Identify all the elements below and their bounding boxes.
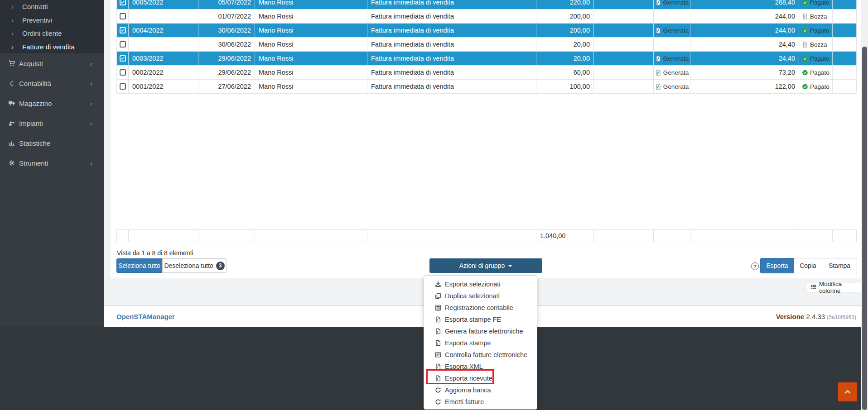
row-checkbox[interactable] — [120, 27, 126, 33]
menu-item-aggiorna-banca[interactable]: Aggiorna banca — [424, 384, 537, 396]
cell-stato: Pagato — [799, 24, 833, 37]
totals-cell — [654, 230, 690, 242]
chevron-up-icon — [843, 387, 852, 396]
cell-imponibile: 20,00 — [536, 52, 594, 65]
cell-data: 01/07/2022 — [198, 10, 255, 23]
table-row[interactable]: 01/07/2022 Mario Rossi Fattura immediata… — [117, 10, 856, 24]
scrollbar-thumb[interactable] — [862, 47, 867, 410]
table-row[interactable]: 0001/2022 27/06/2022 Mario Rossi Fattura… — [117, 80, 856, 94]
file-icon — [434, 339, 442, 347]
cell-numero: 0002/2022 — [129, 66, 198, 79]
menu-item-esporta-ricevute[interactable]: Esporta ricevute — [424, 372, 537, 384]
sidebar-submenu-item-label: Ordini cliente — [22, 29, 62, 37]
list-icon — [434, 351, 442, 358]
cell-numero: 0004/2022 — [129, 24, 198, 37]
export-button[interactable]: Esporta — [760, 258, 794, 273]
row-checkbox-cell — [117, 38, 129, 51]
select-all-button[interactable]: Seleziona tutto — [116, 258, 162, 273]
table-row[interactable]: 30/06/2022 Mario Rossi Fattura immediata… — [117, 38, 856, 52]
cell-empty — [594, 66, 654, 79]
row-checkbox-cell — [117, 0, 129, 9]
cell-cliente: Mario Rossi — [255, 24, 367, 37]
menu-item-esporta-stampe[interactable]: Esporta stampe — [424, 337, 537, 349]
check-circle-icon — [802, 55, 808, 62]
scroll-to-top-button[interactable] — [838, 382, 857, 401]
cell-data: 30/06/2022 — [198, 38, 255, 51]
copy-button[interactable]: Copia — [794, 258, 822, 273]
status-badge: Bozza — [802, 13, 827, 20]
angle-right-icon: › — [11, 16, 14, 24]
cell-descrizione: Fattura immediata di vendita — [367, 0, 536, 9]
cell-cliente: Mario Rossi — [255, 80, 367, 93]
file-icon — [434, 363, 442, 370]
sidebar-main-item-label: Strumenti — [19, 159, 48, 167]
row-checkbox[interactable] — [120, 83, 126, 90]
angle-left-icon: ‹ — [90, 80, 92, 87]
menu-item-controlla-fatture-elettroniche[interactable]: Controlla fatture elettroniche — [424, 349, 537, 361]
menu-item-esporta-stampe-fe[interactable]: Esporta stampe FE — [424, 314, 537, 325]
cell-empty — [833, 24, 857, 37]
cell-stato: Bozza — [799, 10, 833, 23]
table-row[interactable]: 0003/2022 29/06/2022 Mario Rossi Fattura… — [117, 52, 856, 66]
columns-icon — [810, 284, 816, 291]
table-totals-row: 1.040,00 — [116, 229, 856, 242]
brand-link[interactable]: OpenSTAManager — [116, 313, 175, 320]
table-row[interactable]: 0002/2022 29/06/2022 Mario Rossi Fattura… — [117, 66, 856, 80]
draft-doc-icon — [802, 41, 808, 48]
generata-badge: Generata — [655, 83, 689, 90]
menu-item-duplica-selezionati[interactable]: Duplica selezionati — [424, 290, 537, 302]
menu-item-emetti-fatture[interactable]: Emetti fatture — [424, 396, 537, 408]
cell-descrizione: Fattura immediata di vendita — [367, 66, 536, 79]
menu-item-esporta-xml[interactable]: Esporta XML — [424, 361, 537, 372]
table-row[interactable]: 0005/2022 05/07/2022 Mario Rossi Fattura… — [117, 0, 856, 10]
scrollbar-track[interactable] — [861, 0, 868, 410]
menu-item-esporta-selezionati[interactable]: Esporta selezionati — [424, 278, 537, 290]
cell-empty — [594, 0, 654, 9]
file-icon — [434, 316, 442, 323]
row-checkbox[interactable] — [120, 41, 126, 48]
row-checkbox[interactable] — [120, 55, 126, 62]
menu-item-genera-fatture-elettroniche[interactable]: Genera fatture elettroniche — [424, 325, 537, 337]
sidebar-item-strumenti[interactable]: Strumenti ‹ — [0, 153, 104, 173]
menu-item-registrazione-contabile[interactable]: Registrazione contabile — [424, 302, 537, 314]
sidebar-item-preventivi[interactable]: › Preventivi — [0, 14, 104, 27]
totals-cell — [690, 230, 799, 242]
sidebar-submenu-item-label: Fatture di vendita — [22, 43, 75, 51]
group-actions-button[interactable]: Azioni di gruppo — [429, 258, 542, 273]
cell-cliente: Mario Rossi — [255, 52, 367, 65]
row-checkbox[interactable] — [120, 13, 126, 19]
totals-cell — [367, 230, 536, 242]
sidebar-item-magazzino[interactable]: Magazzino ‹ — [0, 93, 104, 113]
cell-empty — [594, 80, 654, 93]
sidebar-item-contratti[interactable]: › Contratti — [0, 0, 104, 14]
sidebar-item-ordini-cliente[interactable]: › Ordini cliente — [0, 27, 104, 40]
modify-columns-button[interactable]: Modifica colonne — [806, 282, 868, 292]
cell-fattura-elettronica: Generata — [654, 52, 690, 65]
cell-totale: 244,00 — [690, 10, 799, 23]
cell-data: 30/06/2022 — [198, 24, 255, 37]
help-icon[interactable]: ? — [751, 262, 759, 270]
sidebar-item-acquisti[interactable]: Acquisti ‹ — [0, 53, 104, 73]
sidebar-item-fatture-di-vendita[interactable]: › Fatture di vendita — [0, 40, 104, 54]
dropdown-menu-item-label: Esporta stampe FE — [445, 316, 501, 323]
totals-cell — [594, 230, 654, 242]
row-checkbox[interactable] — [120, 0, 126, 5]
cell-fattura-elettronica: Generata — [654, 0, 690, 9]
cell-data: 29/06/2022 — [198, 66, 255, 79]
generated-doc-icon — [655, 69, 661, 76]
deselect-all-button[interactable]: Deseleziona tutto 3 — [162, 258, 227, 273]
generated-doc-icon — [655, 55, 661, 62]
row-checkbox[interactable] — [120, 69, 126, 76]
totals-imponibile: 1.040,00 — [536, 230, 594, 242]
print-button[interactable]: Stampa — [822, 258, 857, 273]
dropdown-menu-item-label: Registrazione contabile — [445, 304, 513, 311]
results-info: Vista da 1 a 8 di 8 elementi — [117, 249, 193, 257]
draft-doc-icon — [802, 13, 808, 20]
angle-right-icon: › — [11, 3, 14, 10]
sidebar-item-contabilità[interactable]: € Contabilità ‹ — [0, 73, 104, 93]
table-row[interactable]: 0004/2022 30/06/2022 Mario Rossi Fattura… — [117, 24, 856, 38]
sidebar-item-statistiche[interactable]: Statistiche — [0, 133, 104, 153]
cell-descrizione: Fattura immediata di vendita — [367, 10, 536, 23]
row-checkbox-cell — [117, 10, 129, 23]
sidebar-item-impianti[interactable]: Impianti ‹ — [0, 113, 104, 133]
